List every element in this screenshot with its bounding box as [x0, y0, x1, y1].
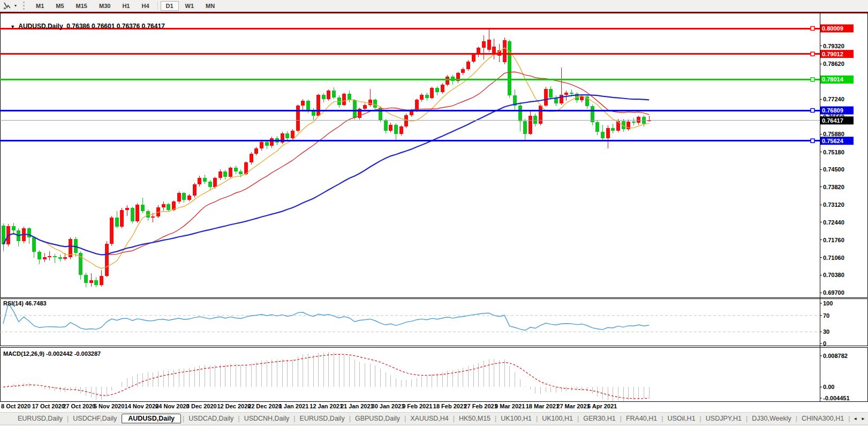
date-label: 17 Oct 2020	[32, 403, 65, 409]
chart-tab-uk100-h1[interactable]: UK100,H1	[538, 414, 577, 423]
date-label: 8 Oct 2020	[1, 403, 31, 409]
chart-tab-usoil-h1[interactable]: USOil,H1	[664, 414, 699, 423]
price-tick-label: 0.75180	[823, 149, 844, 155]
chart-tab-eurusd-daily[interactable]: EURUSD,Daily	[296, 414, 349, 423]
triangle-down-icon[interactable]: ▼	[10, 24, 15, 29]
toolbar-grip[interactable]	[23, 2, 27, 10]
price-tick-label: 0.73120	[823, 201, 844, 208]
date-label: 30 Jan 2021	[372, 403, 405, 409]
line-handle[interactable]	[811, 139, 814, 143]
date-label: 3 Dec 2020	[186, 403, 217, 409]
timeframe-button-m15[interactable]: M15	[71, 1, 93, 11]
symbol-tab-bar: EURUSD,Daily|USDCHF,DailyAUDUSD,Daily|US…	[0, 412, 868, 424]
chart-tab-audusd-daily[interactable]: AUDUSD,Daily	[122, 414, 181, 423]
price-tick-label: 0.78620	[823, 61, 844, 67]
rsi-axis-label: 0	[823, 340, 826, 347]
date-label: 22 Dec 2020	[248, 403, 282, 409]
date-label: 27 Oct 2020	[63, 403, 95, 409]
timeframe-button-mn[interactable]: MN	[200, 1, 220, 11]
date-label: 12 Jan 2021	[310, 403, 343, 409]
date-label: 18 Mar 2021	[526, 403, 559, 409]
chart-tab-gbpusd-daily[interactable]: GBPUSD,Daily	[351, 414, 404, 423]
main-pane	[1, 13, 868, 298]
timeframe-button-m30[interactable]: M30	[94, 1, 116, 11]
chart-tab-eurusd-daily[interactable]: EURUSD,Daily	[14, 414, 66, 423]
date-label: 9 Feb 2021	[402, 403, 432, 409]
svg-text:0.76417: 0.76417	[822, 117, 843, 124]
line-handle[interactable]	[811, 78, 814, 81]
macd-axis-label: -0.004451	[823, 395, 850, 401]
macd-axis-label: 0.00	[823, 384, 834, 390]
price-tick-label: 0.73820	[823, 184, 844, 190]
date-label: 18 Feb 2021	[433, 403, 466, 409]
price-tick-label: 0.69700	[823, 289, 844, 296]
date-label: 12 Dec 2020	[217, 403, 251, 409]
timeframe-toolbar: ▾ M1M5M15M30H1H4D1W1MN	[0, 0, 868, 12]
price-tick-label: 0.71060	[823, 255, 844, 261]
macd-pane	[1, 348, 868, 402]
date-label: 27 Feb 2021	[464, 403, 497, 409]
chart-tab-hk50-m15[interactable]: HK50,M15	[455, 414, 494, 423]
macd-axis-label: 0.008782	[823, 353, 848, 359]
line-handle[interactable]	[811, 52, 814, 56]
chart-ohlc-readout: 0.76386 0.76601 0.76376 0.76417	[66, 23, 165, 30]
timeframe-button-m5[interactable]: M5	[50, 1, 69, 11]
date-label: 27 Mar 2021	[556, 403, 590, 409]
chart-tab-usdjpy-h1[interactable]: USDJPY,H1	[702, 414, 745, 423]
chevron-down-icon[interactable]: ▾	[12, 3, 19, 8]
timeframe-button-m1[interactable]: M1	[31, 1, 49, 11]
toolbar-divider	[157, 2, 158, 10]
rsi-pane	[1, 299, 868, 346]
chart-tab-fra40-h1[interactable]: FRA40,H1	[622, 414, 661, 423]
price-tick-label: 0.74500	[823, 166, 844, 173]
price-tick-label: 0.72440	[823, 219, 844, 226]
date-axis: 8 Oct 202017 Oct 202027 Oct 20205 Nov 20…	[1, 403, 617, 409]
date-label: 1 Jan 2021	[279, 403, 309, 409]
price-tick-label: 0.70380	[823, 272, 844, 278]
date-label: 21 Jan 2021	[341, 403, 374, 409]
rsi-axis-label: 70	[823, 312, 829, 319]
rsi-axis-label: 30	[823, 328, 829, 335]
line-handle[interactable]	[811, 27, 814, 31]
chart-canvas[interactable]: 0.793200.786200.779400.772400.765600.758…	[0, 13, 868, 412]
timeframe-button-h1[interactable]: H1	[117, 1, 135, 11]
timeframe-button-w1[interactable]: W1	[180, 1, 200, 11]
svg-text:0.78014: 0.78014	[822, 76, 844, 83]
chart-tab-xauusd-h4[interactable]: XAUUSD,H4	[406, 414, 452, 423]
chart-title: ▼AUDUSD,Daily 0.76386 0.76601 0.76376 0.…	[3, 15, 165, 38]
date-label: 5 Nov 2020	[94, 403, 124, 409]
svg-text:0.79012: 0.79012	[822, 51, 843, 57]
svg-text:0.76809: 0.76809	[822, 107, 843, 114]
chart-tab-usdcad-daily[interactable]: USDCAD,Daily	[185, 414, 237, 423]
timeframe-button-h4[interactable]: H4	[136, 1, 154, 11]
svg-text:0.75624: 0.75624	[822, 138, 844, 144]
date-label: 14 Nov 2020	[125, 403, 159, 409]
price-tick-label: 0.71760	[823, 237, 844, 243]
chart-symbol-label: AUDUSD,Daily	[18, 23, 63, 30]
timeframe-button-d1[interactable]: D1	[161, 1, 179, 11]
tab-scroll-right-icon[interactable]: ►	[861, 416, 865, 421]
date-label: 24 Nov 2020	[155, 403, 190, 409]
chart-window[interactable]: 0.793200.786200.779400.772400.765600.758…	[0, 13, 868, 412]
chart-tab-china300-h1[interactable]: CHINA300,H1	[798, 414, 848, 423]
macd-indicator-label: MACD(12,26,9) -0.002442 -0.003287	[3, 350, 101, 357]
rsi-indicator-label: RSI(14) 46.7483	[3, 300, 47, 307]
chart-tab-usdchf-daily[interactable]: USDCHF,Daily	[69, 414, 120, 423]
chart-tab-usdcnh-daily[interactable]: USDCNH,Daily	[240, 414, 293, 423]
chart-tab-dj30-weekly[interactable]: DJ30,Weekly	[748, 414, 795, 423]
price-tick-label: 0.77240	[823, 96, 844, 102]
date-label: 9 Mar 2021	[495, 403, 525, 409]
price-tick-label: 0.79320	[823, 43, 844, 49]
tab-scroll-left-icon[interactable]: ◄	[853, 416, 857, 421]
price-tick-label: 0.75880	[823, 131, 844, 137]
svg-text:0.80009: 0.80009	[822, 25, 843, 32]
chart-tab-uk100-h1[interactable]: UK100,H1	[497, 414, 535, 423]
rsi-axis-label: 100	[823, 300, 833, 307]
crosshair-cursor-icon[interactable]	[2, 1, 12, 10]
line-handle[interactable]	[811, 109, 814, 113]
chart-tab-ger30-h1[interactable]: GER30,H1	[579, 414, 619, 423]
date-label: 6 Apr 2021	[587, 403, 617, 409]
